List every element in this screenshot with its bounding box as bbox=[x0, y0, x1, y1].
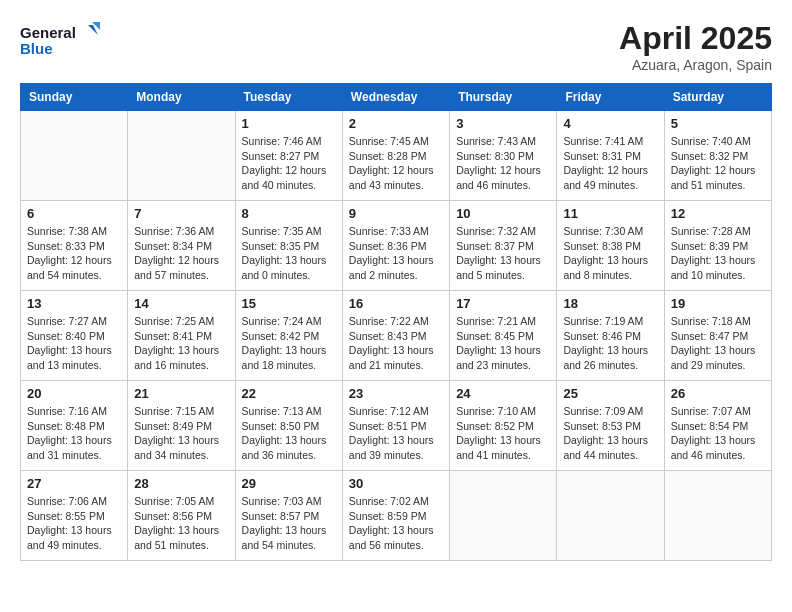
svg-text:General: General bbox=[20, 24, 76, 41]
day-info: Sunrise: 7:09 AM Sunset: 8:53 PM Dayligh… bbox=[563, 404, 657, 463]
calendar-cell: 3Sunrise: 7:43 AM Sunset: 8:30 PM Daylig… bbox=[450, 111, 557, 201]
calendar-cell bbox=[128, 111, 235, 201]
calendar-week-row: 20Sunrise: 7:16 AM Sunset: 8:48 PM Dayli… bbox=[21, 381, 772, 471]
day-of-week-header: Wednesday bbox=[342, 84, 449, 111]
calendar-cell: 16Sunrise: 7:22 AM Sunset: 8:43 PM Dayli… bbox=[342, 291, 449, 381]
day-number: 25 bbox=[563, 386, 657, 401]
logo: General Blue bbox=[20, 20, 100, 65]
day-of-week-header: Saturday bbox=[664, 84, 771, 111]
day-info: Sunrise: 7:43 AM Sunset: 8:30 PM Dayligh… bbox=[456, 134, 550, 193]
calendar-week-row: 1Sunrise: 7:46 AM Sunset: 8:27 PM Daylig… bbox=[21, 111, 772, 201]
day-info: Sunrise: 7:16 AM Sunset: 8:48 PM Dayligh… bbox=[27, 404, 121, 463]
calendar-header-row: SundayMondayTuesdayWednesdayThursdayFrid… bbox=[21, 84, 772, 111]
day-number: 18 bbox=[563, 296, 657, 311]
title-block: April 2025 Azuara, Aragon, Spain bbox=[619, 20, 772, 73]
day-number: 5 bbox=[671, 116, 765, 131]
day-number: 8 bbox=[242, 206, 336, 221]
calendar-cell: 12Sunrise: 7:28 AM Sunset: 8:39 PM Dayli… bbox=[664, 201, 771, 291]
calendar-cell: 30Sunrise: 7:02 AM Sunset: 8:59 PM Dayli… bbox=[342, 471, 449, 561]
day-number: 11 bbox=[563, 206, 657, 221]
day-number: 28 bbox=[134, 476, 228, 491]
calendar-cell: 20Sunrise: 7:16 AM Sunset: 8:48 PM Dayli… bbox=[21, 381, 128, 471]
calendar-cell: 25Sunrise: 7:09 AM Sunset: 8:53 PM Dayli… bbox=[557, 381, 664, 471]
calendar-cell: 13Sunrise: 7:27 AM Sunset: 8:40 PM Dayli… bbox=[21, 291, 128, 381]
calendar-cell: 28Sunrise: 7:05 AM Sunset: 8:56 PM Dayli… bbox=[128, 471, 235, 561]
day-number: 10 bbox=[456, 206, 550, 221]
day-info: Sunrise: 7:46 AM Sunset: 8:27 PM Dayligh… bbox=[242, 134, 336, 193]
calendar-cell: 6Sunrise: 7:38 AM Sunset: 8:33 PM Daylig… bbox=[21, 201, 128, 291]
day-info: Sunrise: 7:18 AM Sunset: 8:47 PM Dayligh… bbox=[671, 314, 765, 373]
day-number: 1 bbox=[242, 116, 336, 131]
month-title: April 2025 bbox=[619, 20, 772, 57]
calendar-cell: 14Sunrise: 7:25 AM Sunset: 8:41 PM Dayli… bbox=[128, 291, 235, 381]
day-number: 14 bbox=[134, 296, 228, 311]
day-info: Sunrise: 7:07 AM Sunset: 8:54 PM Dayligh… bbox=[671, 404, 765, 463]
calendar-cell: 17Sunrise: 7:21 AM Sunset: 8:45 PM Dayli… bbox=[450, 291, 557, 381]
calendar-cell: 15Sunrise: 7:24 AM Sunset: 8:42 PM Dayli… bbox=[235, 291, 342, 381]
calendar-cell: 11Sunrise: 7:30 AM Sunset: 8:38 PM Dayli… bbox=[557, 201, 664, 291]
day-info: Sunrise: 7:41 AM Sunset: 8:31 PM Dayligh… bbox=[563, 134, 657, 193]
day-number: 2 bbox=[349, 116, 443, 131]
calendar-cell: 29Sunrise: 7:03 AM Sunset: 8:57 PM Dayli… bbox=[235, 471, 342, 561]
calendar-cell: 22Sunrise: 7:13 AM Sunset: 8:50 PM Dayli… bbox=[235, 381, 342, 471]
day-of-week-header: Thursday bbox=[450, 84, 557, 111]
calendar-cell: 23Sunrise: 7:12 AM Sunset: 8:51 PM Dayli… bbox=[342, 381, 449, 471]
calendar-cell: 9Sunrise: 7:33 AM Sunset: 8:36 PM Daylig… bbox=[342, 201, 449, 291]
day-info: Sunrise: 7:25 AM Sunset: 8:41 PM Dayligh… bbox=[134, 314, 228, 373]
day-of-week-header: Friday bbox=[557, 84, 664, 111]
calendar-week-row: 27Sunrise: 7:06 AM Sunset: 8:55 PM Dayli… bbox=[21, 471, 772, 561]
calendar-cell bbox=[450, 471, 557, 561]
calendar-cell bbox=[557, 471, 664, 561]
day-number: 26 bbox=[671, 386, 765, 401]
day-number: 24 bbox=[456, 386, 550, 401]
calendar-week-row: 6Sunrise: 7:38 AM Sunset: 8:33 PM Daylig… bbox=[21, 201, 772, 291]
day-number: 4 bbox=[563, 116, 657, 131]
day-number: 15 bbox=[242, 296, 336, 311]
day-info: Sunrise: 7:30 AM Sunset: 8:38 PM Dayligh… bbox=[563, 224, 657, 283]
day-of-week-header: Tuesday bbox=[235, 84, 342, 111]
day-number: 23 bbox=[349, 386, 443, 401]
day-info: Sunrise: 7:35 AM Sunset: 8:35 PM Dayligh… bbox=[242, 224, 336, 283]
calendar-cell: 5Sunrise: 7:40 AM Sunset: 8:32 PM Daylig… bbox=[664, 111, 771, 201]
calendar-cell: 4Sunrise: 7:41 AM Sunset: 8:31 PM Daylig… bbox=[557, 111, 664, 201]
calendar-cell bbox=[21, 111, 128, 201]
day-info: Sunrise: 7:05 AM Sunset: 8:56 PM Dayligh… bbox=[134, 494, 228, 553]
logo-svg: General Blue bbox=[20, 20, 100, 65]
calendar-cell: 2Sunrise: 7:45 AM Sunset: 8:28 PM Daylig… bbox=[342, 111, 449, 201]
calendar-cell: 10Sunrise: 7:32 AM Sunset: 8:37 PM Dayli… bbox=[450, 201, 557, 291]
day-number: 3 bbox=[456, 116, 550, 131]
calendar-cell: 21Sunrise: 7:15 AM Sunset: 8:49 PM Dayli… bbox=[128, 381, 235, 471]
day-info: Sunrise: 7:15 AM Sunset: 8:49 PM Dayligh… bbox=[134, 404, 228, 463]
day-number: 13 bbox=[27, 296, 121, 311]
calendar-table: SundayMondayTuesdayWednesdayThursdayFrid… bbox=[20, 83, 772, 561]
day-number: 7 bbox=[134, 206, 228, 221]
day-info: Sunrise: 7:02 AM Sunset: 8:59 PM Dayligh… bbox=[349, 494, 443, 553]
day-info: Sunrise: 7:38 AM Sunset: 8:33 PM Dayligh… bbox=[27, 224, 121, 283]
day-info: Sunrise: 7:24 AM Sunset: 8:42 PM Dayligh… bbox=[242, 314, 336, 373]
day-info: Sunrise: 7:27 AM Sunset: 8:40 PM Dayligh… bbox=[27, 314, 121, 373]
page-header: General Blue April 2025 Azuara, Aragon, … bbox=[20, 20, 772, 73]
day-number: 20 bbox=[27, 386, 121, 401]
calendar-cell: 19Sunrise: 7:18 AM Sunset: 8:47 PM Dayli… bbox=[664, 291, 771, 381]
day-number: 16 bbox=[349, 296, 443, 311]
calendar-cell: 18Sunrise: 7:19 AM Sunset: 8:46 PM Dayli… bbox=[557, 291, 664, 381]
day-info: Sunrise: 7:32 AM Sunset: 8:37 PM Dayligh… bbox=[456, 224, 550, 283]
day-number: 29 bbox=[242, 476, 336, 491]
day-info: Sunrise: 7:36 AM Sunset: 8:34 PM Dayligh… bbox=[134, 224, 228, 283]
calendar-cell: 24Sunrise: 7:10 AM Sunset: 8:52 PM Dayli… bbox=[450, 381, 557, 471]
day-number: 9 bbox=[349, 206, 443, 221]
calendar-cell bbox=[664, 471, 771, 561]
day-number: 21 bbox=[134, 386, 228, 401]
day-info: Sunrise: 7:06 AM Sunset: 8:55 PM Dayligh… bbox=[27, 494, 121, 553]
day-of-week-header: Sunday bbox=[21, 84, 128, 111]
day-info: Sunrise: 7:21 AM Sunset: 8:45 PM Dayligh… bbox=[456, 314, 550, 373]
day-number: 19 bbox=[671, 296, 765, 311]
day-number: 6 bbox=[27, 206, 121, 221]
day-info: Sunrise: 7:45 AM Sunset: 8:28 PM Dayligh… bbox=[349, 134, 443, 193]
calendar-cell: 7Sunrise: 7:36 AM Sunset: 8:34 PM Daylig… bbox=[128, 201, 235, 291]
day-info: Sunrise: 7:22 AM Sunset: 8:43 PM Dayligh… bbox=[349, 314, 443, 373]
day-number: 22 bbox=[242, 386, 336, 401]
day-number: 30 bbox=[349, 476, 443, 491]
day-number: 27 bbox=[27, 476, 121, 491]
svg-text:Blue: Blue bbox=[20, 40, 53, 57]
